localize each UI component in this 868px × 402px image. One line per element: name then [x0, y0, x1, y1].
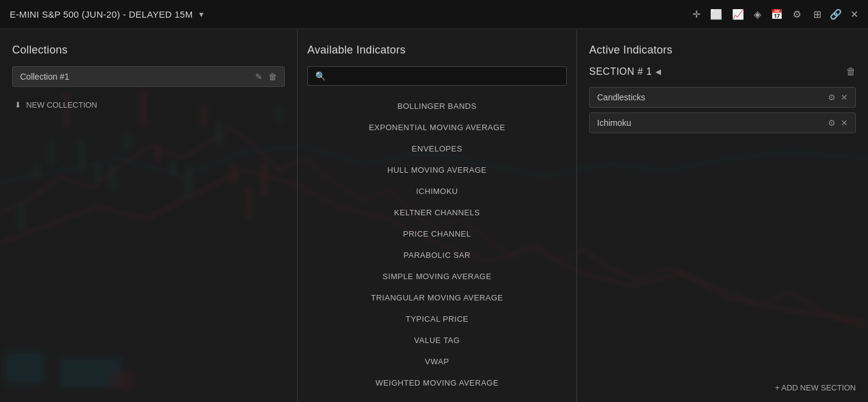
close-icon[interactable]: ✕ [841, 92, 848, 102]
delete-collection-icon[interactable]: 🗑 [268, 72, 277, 81]
active-indicators-title: Active Indicators [589, 44, 856, 57]
close-icon[interactable]: ✕ [841, 118, 848, 128]
price-icon[interactable]: ⬜ [710, 9, 722, 20]
search-box[interactable]: 🔍 [307, 66, 567, 86]
indicator-item[interactable]: KELTNER CHANNELS [307, 202, 567, 223]
collections-panel: Collections Collection #1 ✎ 🗑 ⬇ NEW COLL… [0, 29, 298, 402]
new-collection-label: NEW COLLECTION [26, 100, 97, 109]
active-indicator-name: Candlesticks [597, 92, 828, 102]
edit-collection-icon[interactable]: ✎ [255, 72, 262, 81]
active-indicator-item: Ichimoku⚙✕ [589, 113, 856, 133]
new-collection-icon: ⬇ [15, 100, 21, 109]
crosshair-icon[interactable]: ✛ [692, 9, 700, 20]
indicator-item[interactable]: SIMPLE MOVING AVERAGE [307, 266, 567, 287]
close-button[interactable]: ✕ [850, 9, 858, 20]
window-controls: ⊞ 🔗 ✕ [813, 9, 858, 20]
symbol-dropdown[interactable]: ▼ [197, 10, 205, 19]
indicator-item[interactable]: PARABOLIC SAR [307, 244, 567, 266]
active-indicator-item: Candlesticks⚙✕ [589, 87, 856, 108]
available-indicators-panel: Available Indicators 🔍 BOLLINGER BANDSEX… [298, 29, 577, 402]
collection-item[interactable]: Collection #1 ✎ 🗑 [12, 66, 285, 87]
search-icon: 🔍 [315, 71, 326, 81]
collection-actions: ✎ 🗑 [255, 72, 277, 81]
active-items-container: Candlesticks⚙✕Ichimoku⚙✕ [589, 87, 856, 138]
active-indicators-panel: Active Indicators SECTION # 1 ◀ 🗑 Candle… [577, 29, 868, 402]
grid-button[interactable]: ⊞ [813, 9, 821, 20]
section-title: SECTION # 1 [589, 66, 652, 77]
section-header: SECTION # 1 ◀ 🗑 [589, 66, 856, 77]
title-bar: E-MINI S&P 500 (JUN-20) - DELAYED 15M ▼ … [0, 0, 868, 29]
active-indicator-actions: ⚙✕ [828, 92, 848, 102]
symbol-title: E-MINI S&P 500 (JUN-20) - DELAYED 15M [10, 9, 193, 19]
gear-icon[interactable]: ⚙ [828, 118, 836, 128]
link-button[interactable]: 🔗 [830, 9, 842, 20]
settings-icon[interactable]: ⚙ [793, 9, 801, 20]
active-indicator-actions: ⚙✕ [828, 118, 848, 128]
layers-icon[interactable]: ◈ [754, 9, 761, 20]
calendar-icon[interactable]: 📅 [771, 9, 783, 20]
delete-section-icon[interactable]: 🗑 [846, 66, 856, 77]
indicator-item[interactable]: VWAP [307, 351, 567, 372]
indicator-item[interactable]: PRICE CHANNEL [307, 223, 567, 244]
indicator-item[interactable]: WEIGHTED MOVING AVERAGE [307, 372, 567, 392]
toolbar-icons: ✛ ⬜ 📈 ◈ 📅 ⚙ [692, 9, 801, 20]
add-new-section-button[interactable]: + ADD NEW SECTION [589, 373, 856, 392]
indicator-item[interactable]: ENVELOPES [307, 138, 567, 159]
indicator-list: BOLLINGER BANDSEXPONENTIAL MOVING AVERAG… [307, 95, 567, 392]
search-input[interactable] [330, 72, 559, 81]
active-indicator-name: Ichimoku [597, 118, 828, 128]
indicator-item[interactable]: VALUE TAG [307, 330, 567, 351]
chart-line-icon[interactable]: 📈 [732, 9, 744, 20]
indicator-item[interactable]: HULL MOVING AVERAGE [307, 159, 567, 181]
indicator-item[interactable]: BOLLINGER BANDS [307, 95, 567, 117]
indicator-item[interactable]: ICHIMOKU [307, 181, 567, 202]
section-arrow-icon[interactable]: ◀ [655, 68, 661, 76]
collections-title: Collections [12, 44, 285, 57]
new-collection-button[interactable]: ⬇ NEW COLLECTION [12, 97, 285, 113]
indicator-item[interactable]: TRIANGULAR MOVING AVERAGE [307, 287, 567, 308]
indicator-item[interactable]: TYPICAL PRICE [307, 308, 567, 330]
collection-name: Collection #1 [20, 72, 255, 81]
available-indicators-title: Available Indicators [307, 44, 567, 57]
indicator-item[interactable]: EXPONENTIAL MOVING AVERAGE [307, 117, 567, 138]
gear-icon[interactable]: ⚙ [828, 92, 836, 102]
